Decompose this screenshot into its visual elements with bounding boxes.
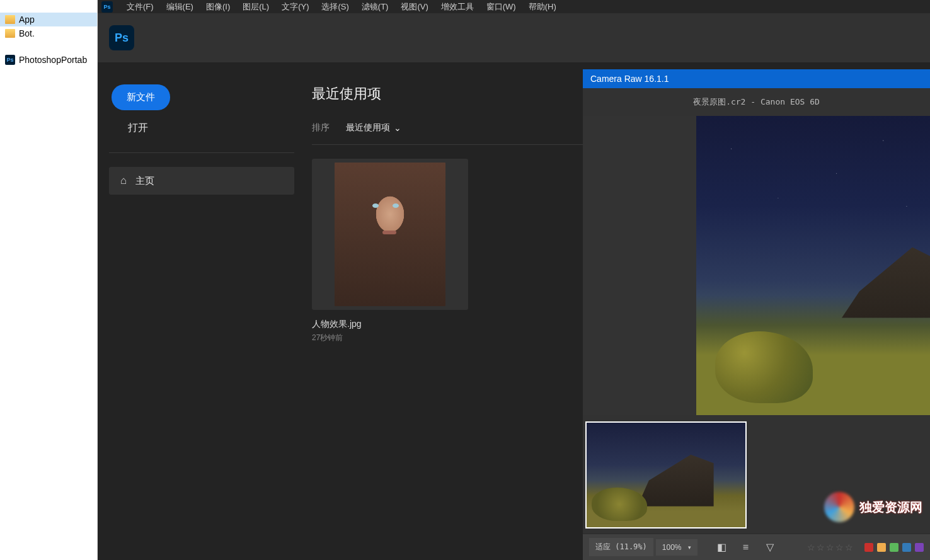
zoom-value: 100% bbox=[662, 543, 682, 552]
ps-logo[interactable]: Ps bbox=[109, 25, 134, 50]
photoshop-workspace: Ps 文件(F) 编辑(E) 图像(I) 图层(L) 文字(Y) 选择(S) 滤… bbox=[98, 0, 930, 560]
camera-raw-window: Camera Raw 16.1.1 夜景原图.cr2 - Canon EOS 6… bbox=[583, 69, 930, 560]
list-icon[interactable]: ≡ bbox=[735, 538, 757, 557]
nav-home-label: 主页 bbox=[135, 175, 154, 187]
menu-view[interactable]: 视图(V) bbox=[394, 1, 434, 13]
color-blue[interactable] bbox=[902, 543, 911, 552]
camera-raw-titlebar[interactable]: Camera Raw 16.1.1 bbox=[583, 69, 930, 88]
home-icon: ⌂ bbox=[120, 174, 127, 187]
camera-raw-toolbar: 适应 (11.9%) 100% ▾ ◧ ≡ ▽ ☆ ☆ ☆ ☆ ☆ bbox=[583, 534, 930, 560]
compare-icon[interactable]: ◧ bbox=[711, 538, 733, 557]
camera-raw-file-info: 夜景原图.cr2 - Canon EOS 6D bbox=[583, 88, 930, 116]
ps-icon: Ps bbox=[5, 55, 15, 65]
logo-bar: Ps bbox=[98, 13, 930, 62]
filmstrip-thumbnail[interactable] bbox=[585, 421, 747, 529]
folder-icon bbox=[5, 15, 15, 24]
new-file-button[interactable]: 新文件 bbox=[112, 84, 170, 110]
file-label: Bot. bbox=[19, 28, 35, 38]
folder-icon bbox=[5, 29, 15, 38]
camera-raw-preview[interactable] bbox=[583, 116, 930, 415]
menu-layer[interactable]: 图层(L) bbox=[236, 1, 275, 13]
color-green[interactable] bbox=[890, 543, 898, 552]
filter-icon[interactable]: ▽ bbox=[759, 538, 781, 557]
recent-item-name: 人物效果.jpg bbox=[312, 319, 468, 330]
home-sidebar: 新文件 打开 ⌂ 主页 bbox=[98, 62, 312, 560]
star-1[interactable]: ☆ bbox=[807, 542, 815, 552]
color-purple[interactable] bbox=[915, 543, 924, 552]
file-photoshop-portable[interactable]: Ps PhotoshopPortab bbox=[0, 53, 97, 67]
sort-dropdown[interactable]: 最近使用项 ⌄ bbox=[346, 122, 401, 134]
menu-type[interactable]: 文字(Y) bbox=[275, 1, 315, 13]
star-5[interactable]: ☆ bbox=[845, 542, 853, 552]
ps-app-icon[interactable]: Ps bbox=[101, 1, 113, 13]
file-label: App bbox=[19, 14, 35, 25]
file-label: PhotoshopPortab bbox=[19, 55, 87, 65]
menu-help[interactable]: 帮助(H) bbox=[522, 1, 563, 13]
color-labels bbox=[864, 543, 924, 552]
recent-thumbnail-frame bbox=[312, 159, 468, 310]
menu-plugins[interactable]: 增效工具 bbox=[435, 1, 480, 13]
chevron-down-icon: ⌄ bbox=[394, 123, 401, 133]
preview-image bbox=[696, 116, 930, 415]
chevron-down-icon: ▾ bbox=[688, 544, 691, 551]
menu-window[interactable]: 窗口(W) bbox=[480, 1, 522, 13]
zoom-dropdown[interactable]: 100% ▾ bbox=[656, 539, 698, 556]
folder-app[interactable]: App bbox=[0, 13, 97, 26]
color-red[interactable] bbox=[864, 543, 873, 552]
recent-thumbnail-image bbox=[335, 163, 445, 306]
divider bbox=[109, 152, 294, 153]
recent-item[interactable]: 人物效果.jpg 27秒钟前 bbox=[312, 159, 468, 343]
star-3[interactable]: ☆ bbox=[826, 542, 834, 552]
menu-image[interactable]: 图像(I) bbox=[200, 1, 236, 13]
menu-edit[interactable]: 编辑(E) bbox=[160, 1, 200, 13]
stars bbox=[696, 116, 930, 280]
star-2[interactable]: ☆ bbox=[817, 542, 825, 552]
menu-select[interactable]: 选择(S) bbox=[315, 1, 355, 13]
recent-item-time: 27秒钟前 bbox=[312, 333, 468, 343]
menu-filter[interactable]: 滤镜(T) bbox=[355, 1, 395, 13]
menu-file[interactable]: 文件(F) bbox=[120, 1, 160, 13]
color-yellow[interactable] bbox=[877, 543, 886, 552]
folder-bot[interactable]: Bot. bbox=[0, 26, 97, 40]
nav-home[interactable]: ⌂ 主页 bbox=[109, 167, 294, 195]
sort-label: 排序 bbox=[312, 122, 330, 134]
star-4[interactable]: ☆ bbox=[835, 542, 844, 552]
camera-raw-filmstrip bbox=[583, 415, 930, 534]
fit-zoom-label[interactable]: 适应 (11.9%) bbox=[589, 538, 653, 556]
sort-value-text: 最近使用项 bbox=[346, 122, 390, 134]
file-explorer-panel: App Bot. Ps PhotoshopPortab bbox=[0, 0, 98, 560]
open-button[interactable]: 打开 bbox=[109, 110, 294, 135]
menubar: Ps 文件(F) 编辑(E) 图像(I) 图层(L) 文字(Y) 选择(S) 滤… bbox=[98, 0, 930, 13]
rating-stars: ☆ ☆ ☆ ☆ ☆ bbox=[807, 542, 853, 552]
